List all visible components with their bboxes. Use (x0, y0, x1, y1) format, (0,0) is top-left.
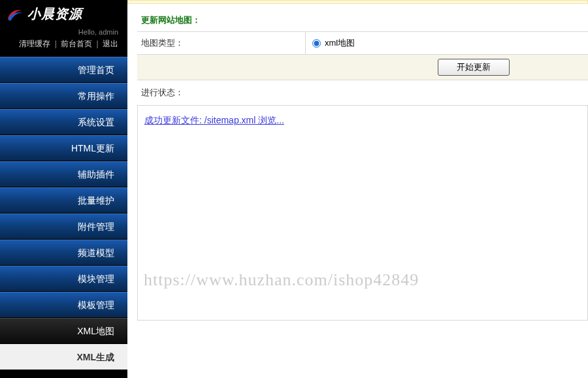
front-page-link[interactable]: 前台首页 (61, 39, 92, 48)
sidebar: 小晨资源 Hello, admin 清理缓存 | 前台首页 | 退出 管理首页 … (0, 0, 127, 378)
map-type-row: 地图类型： xml地图 (137, 31, 588, 55)
logo-icon (7, 7, 25, 22)
nav-item-module[interactable]: 模块管理 (0, 266, 127, 292)
user-links: 清理缓存 | 前台首页 | 退出 (0, 39, 127, 57)
logo-text: 小晨资源 (27, 5, 82, 23)
map-type-label: 地图类型： (137, 32, 306, 54)
status-label: 进行状态： (137, 80, 588, 105)
nav-item-html[interactable]: HTML更新 (0, 135, 127, 161)
nav-item-home[interactable]: 管理首页 (0, 57, 127, 83)
panel-title: 更新网站地图： (137, 10, 588, 31)
map-type-option-label: xml地图 (325, 37, 355, 49)
main-content: 更新网站地图： 地图类型： xml地图 开始更新 进行状态： 成功更新文件: /… (127, 0, 588, 378)
nav-item-xmlgen[interactable]: XML生成 (0, 344, 127, 370)
nav-item-plugin[interactable]: 辅助插件 (0, 161, 127, 187)
nav-item-common[interactable]: 常用操作 (0, 83, 127, 109)
nav-item-attach[interactable]: 附件管理 (0, 213, 127, 240)
map-type-radio-xml[interactable] (312, 39, 321, 48)
clear-cache-link[interactable]: 清理缓存 (19, 39, 50, 48)
result-link[interactable]: 成功更新文件: /sitemap.xml 浏览... (144, 115, 284, 125)
button-row: 开始更新 (137, 55, 588, 80)
top-notice-bar (127, 0, 588, 4)
logo: 小晨资源 (0, 0, 127, 27)
nav-item-template[interactable]: 模板管理 (0, 292, 127, 318)
result-box: 成功更新文件: /sitemap.xml 浏览... (137, 105, 588, 321)
user-greeting: Hello, admin (0, 27, 127, 39)
start-update-button[interactable]: 开始更新 (438, 59, 510, 76)
nav-item-batch[interactable]: 批量维护 (0, 187, 127, 213)
nav-item-system[interactable]: 系统设置 (0, 109, 127, 135)
nav-menu: 管理首页 常用操作 系统设置 HTML更新 辅助插件 批量维护 附件管理 频道模… (0, 57, 127, 370)
nav-item-xmlmap[interactable]: XML地图 (0, 318, 127, 344)
nav-item-channel[interactable]: 频道模型 (0, 240, 127, 266)
logout-link[interactable]: 退出 (103, 39, 118, 48)
